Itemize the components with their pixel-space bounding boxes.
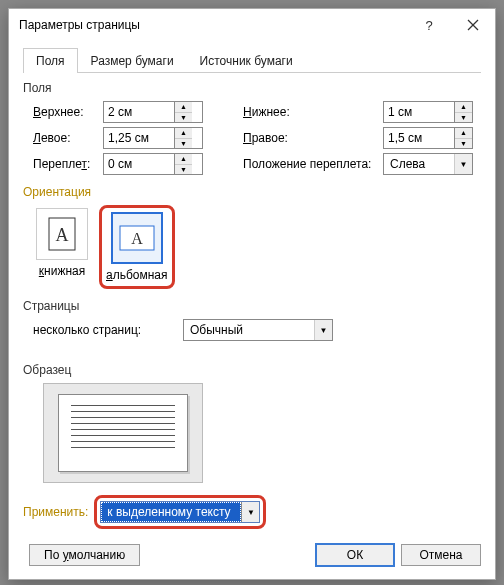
- spin-down-icon[interactable]: ▼: [175, 165, 192, 175]
- chevron-down-icon: ▼: [454, 154, 472, 174]
- bottom-margin-input[interactable]: [384, 102, 454, 122]
- right-margin-spinner[interactable]: ▲▼: [383, 127, 473, 149]
- help-button[interactable]: ?: [407, 9, 451, 41]
- spin-up-icon[interactable]: ▲: [175, 128, 192, 139]
- top-margin-label: Верхнее:: [33, 105, 103, 119]
- left-margin-label: Левое:: [33, 131, 103, 145]
- right-margin-label: Правое:: [243, 131, 383, 145]
- landscape-icon: A: [119, 225, 155, 251]
- preview-page-icon: [58, 394, 188, 472]
- close-button[interactable]: [451, 9, 495, 41]
- cancel-button[interactable]: Отмена: [401, 544, 481, 566]
- spin-up-icon[interactable]: ▲: [175, 102, 192, 113]
- page-setup-dialog: Параметры страницы ? Поля Размер бумаги …: [8, 8, 496, 580]
- tab-source[interactable]: Источник бумаги: [187, 48, 306, 73]
- close-icon: [467, 19, 479, 31]
- portrait-icon: A: [48, 217, 76, 251]
- tab-strip: Поля Размер бумаги Источник бумаги: [23, 47, 481, 73]
- multiple-pages-value: Обычный: [184, 323, 314, 337]
- left-margin-input[interactable]: [104, 128, 174, 148]
- gutter-label: Переплет:: [33, 157, 103, 171]
- multiple-pages-select[interactable]: Обычный ▼: [183, 319, 333, 341]
- tab-fields[interactable]: Поля: [23, 48, 78, 73]
- gutter-spinner[interactable]: ▲▼: [103, 153, 203, 175]
- ok-button[interactable]: ОК: [315, 543, 395, 567]
- gutter-position-value: Слева: [384, 157, 454, 171]
- bottom-margin-label: Нижнее:: [243, 105, 383, 119]
- multiple-pages-label: несколько страниц:: [33, 323, 173, 337]
- preview-pane: [43, 383, 203, 483]
- gutter-position-select[interactable]: Слева ▼: [383, 153, 473, 175]
- orientation-portrait[interactable]: A книжная: [33, 205, 91, 281]
- group-margins-label: Поля: [23, 81, 481, 95]
- top-margin-input[interactable]: [104, 102, 174, 122]
- spin-up-icon[interactable]: ▲: [455, 128, 472, 139]
- spin-down-icon[interactable]: ▼: [455, 113, 472, 123]
- spin-down-icon[interactable]: ▼: [455, 139, 472, 149]
- tab-paper[interactable]: Размер бумаги: [78, 48, 187, 73]
- chevron-down-icon: ▼: [241, 502, 259, 522]
- dialog-title: Параметры страницы: [19, 18, 407, 32]
- spin-up-icon[interactable]: ▲: [175, 154, 192, 165]
- spin-down-icon[interactable]: ▼: [175, 139, 192, 149]
- bottom-margin-spinner[interactable]: ▲▼: [383, 101, 473, 123]
- spin-up-icon[interactable]: ▲: [455, 102, 472, 113]
- chevron-down-icon: ▼: [314, 320, 332, 340]
- svg-text:A: A: [56, 225, 69, 245]
- svg-text:A: A: [131, 230, 143, 247]
- default-button[interactable]: По умолчанию: [29, 544, 140, 566]
- orientation-landscape[interactable]: A альбомная: [99, 205, 175, 289]
- gutter-position-label: Положение переплета:: [243, 157, 383, 171]
- apply-to-select[interactable]: к выделенному тексту ▼: [100, 501, 260, 523]
- orientation-landscape-label: альбомная: [106, 268, 168, 282]
- group-pages-label: Страницы: [23, 299, 481, 313]
- group-preview-label: Образец: [23, 363, 481, 377]
- spin-down-icon[interactable]: ▼: [175, 113, 192, 123]
- gutter-input[interactable]: [104, 154, 174, 174]
- apply-to-label: Применить:: [23, 505, 88, 519]
- apply-to-value: к выделенному тексту: [101, 502, 241, 522]
- top-margin-spinner[interactable]: ▲▼: [103, 101, 203, 123]
- titlebar: Параметры страницы ?: [9, 9, 495, 41]
- left-margin-spinner[interactable]: ▲▼: [103, 127, 203, 149]
- group-orientation-label: Ориентация: [23, 185, 481, 199]
- orientation-portrait-label: книжная: [39, 264, 85, 278]
- right-margin-input[interactable]: [384, 128, 454, 148]
